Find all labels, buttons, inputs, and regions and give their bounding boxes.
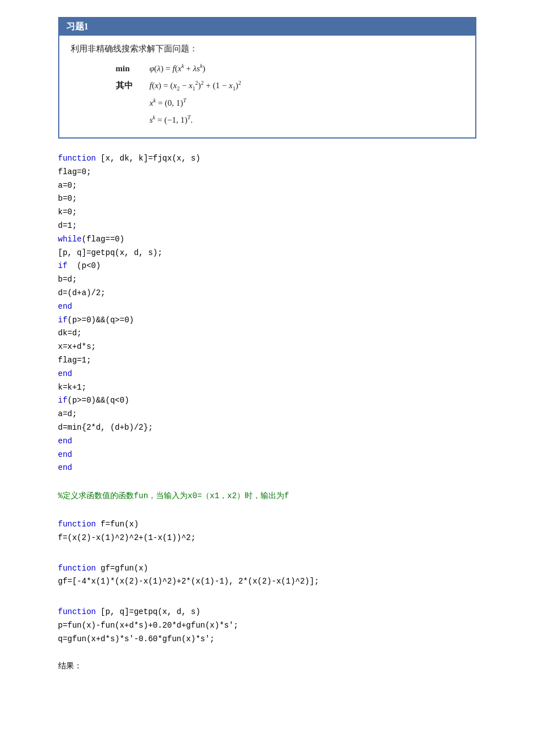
code-line-16: flag=1; <box>58 354 476 368</box>
math-formula-3: xk = (0, 1)T <box>150 94 186 111</box>
problem-title: 习题1 <box>59 18 475 36</box>
math-formula-4: sk = (−1, 1)T. <box>150 111 193 128</box>
code-line-9: if (p<0) <box>58 260 476 273</box>
kw-if-3: if <box>58 396 68 405</box>
code-line-getpq-1: function [p, q]=getpq(x, d, s) <box>58 606 476 619</box>
problem-content: 利用非精确线搜索求解下面问题： min φ(λ) = f(xk + λsk) 其… <box>59 36 475 137</box>
code-line-13: if(p>=0)&&(q>=0) <box>58 314 476 327</box>
separator-3 <box>58 551 476 556</box>
code-line-18: k=k+1; <box>58 381 476 395</box>
code-line-getpq-3: q=gfun(x+d*s)*s'-0.60*gfun(x)*s'; <box>58 633 476 646</box>
code-line-gfun-2: gf=[-4*x(1)*(x(2)-x(1)^2)+2*(x(1)-1), 2*… <box>58 575 476 589</box>
code-line-gfun-1: function gf=gfun(x) <box>58 562 476 576</box>
code-line-10: b=d; <box>58 273 476 287</box>
code-line-8: [p, q]=getpq(x, d, s); <box>58 247 476 260</box>
code-line-15: x=x+d*s; <box>58 340 476 354</box>
math-row-1: min φ(λ) = f(xk + λsk) <box>116 60 206 77</box>
separator-4 <box>58 594 476 600</box>
code-line-6: d=1; <box>58 219 476 233</box>
math-block: min φ(λ) = f(xk + λsk) 其中 f(x) = (x2 − x… <box>71 60 464 128</box>
code-line-2: flag=0; <box>58 166 476 179</box>
math-label-zhongqi: 其中 <box>116 77 138 94</box>
math-row-3: xk = (0, 1)T <box>116 94 186 111</box>
problem-box: 习题1 利用非精确线搜索求解下面问题： min φ(λ) = f(xk + λs… <box>58 17 476 139</box>
kw-end-5: end <box>58 463 72 472</box>
kw-function-3: function <box>58 564 96 573</box>
code-line-19: if(p>=0)&&(q<0) <box>58 394 476 408</box>
result-label: 结果： <box>58 660 476 673</box>
code-line-17: end <box>58 368 476 381</box>
kw-end-1: end <box>58 302 72 311</box>
code-line-11: d=(d+a)/2; <box>58 287 476 300</box>
kw-if-1: if <box>58 261 68 270</box>
math-row-4: sk = (−1, 1)T. <box>116 111 193 128</box>
code-line-21: d=min{2*d, (d+b)/2}; <box>58 421 476 435</box>
code-line-4: b=0; <box>58 192 476 206</box>
code-line-14: dk=d; <box>58 327 476 340</box>
kw-function-1: function <box>58 154 96 163</box>
kw-end-3: end <box>58 437 72 446</box>
code-line-getpq-2: p=fun(x)-fun(x+d*s)+0.20*d+gfun(x)*s'; <box>58 619 476 633</box>
code-line-7: while(flag==0) <box>58 233 476 247</box>
code-line-12: end <box>58 300 476 314</box>
kw-function-4: function <box>58 607 96 616</box>
code-line-23: end <box>58 448 476 462</box>
separator-1 <box>58 481 476 484</box>
comment-line-1: %定义求函数值的函数fun，当输入为x0=（x1，x2）时，输出为f <box>58 490 476 503</box>
kw-end-4: end <box>58 450 72 459</box>
kw-end-2: end <box>58 369 72 378</box>
code-line-5: k=0; <box>58 206 476 219</box>
code-line-fun-2: f=(x(2)-x(1)^2)^2+(1-x(1))^2; <box>58 532 476 545</box>
code-line-20: a=d; <box>58 408 476 421</box>
kw-function-2: function <box>58 520 96 529</box>
problem-intro: 利用非精确线搜索求解下面问题： <box>71 44 464 54</box>
code-line-1: function [x, dk, k]=fjqx(x, s) <box>58 152 476 166</box>
kw-if-2: if <box>58 316 68 325</box>
separator-2 <box>58 509 476 512</box>
math-label-min: min <box>116 60 138 77</box>
code-section: function [x, dk, k]=fjqx(x, s) flag=0; a… <box>58 152 476 673</box>
math-formula-1: φ(λ) = f(xk + λsk) <box>150 60 206 77</box>
code-line-fun-1: function f=fun(x) <box>58 518 476 532</box>
math-row-2: 其中 f(x) = (x2 − x12)2 + (1 − x1)2 <box>116 77 241 94</box>
page-container: 习题1 利用非精确线搜索求解下面问题： min φ(λ) = f(xk + λs… <box>47 11 488 679</box>
separator-5 <box>58 652 476 654</box>
code-line-22: end <box>58 435 476 448</box>
code-line-3: a=0; <box>58 179 476 193</box>
code-line-24: end <box>58 461 476 475</box>
kw-while: while <box>58 235 82 244</box>
math-formula-2: f(x) = (x2 − x12)2 + (1 − x1)2 <box>150 77 241 94</box>
